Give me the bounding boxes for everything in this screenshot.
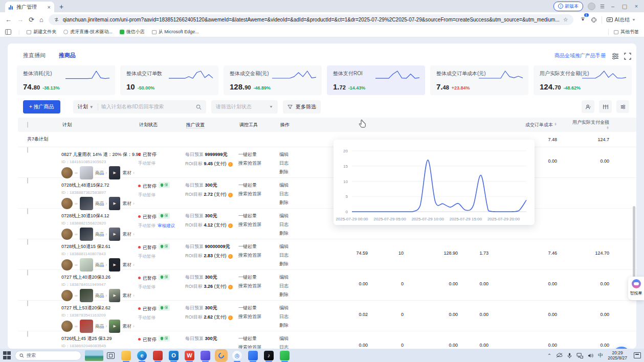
plan-title[interactable]: 0728线上50退15 保2.61 [61,243,138,250]
material-thumbnail[interactable] [109,197,120,210]
plan-title[interactable]: 0727 线上40退20保3.26 [61,274,138,281]
material-link[interactable]: 素材 › [122,262,135,268]
more-filters-button[interactable]: 更多筛选 [283,100,321,114]
sort-icon[interactable]: ▲▼ [606,126,609,129]
plan-search-input[interactable]: 输入计划名称/ID后回车搜索 [101,103,193,110]
bookmark-item[interactable]: 新建文件夹 [27,29,56,35]
info-icon[interactable]: ! [228,315,233,320]
back-icon[interactable]: ← [5,16,12,24]
col-status[interactable]: 计划状态 [138,122,185,128]
account-avatar[interactable] [61,198,73,209]
extension-icon[interactable]: 1 [580,15,586,25]
tab-promote-product[interactable]: 推商品 [59,52,76,59]
action-link[interactable]: 编辑 [279,182,308,189]
audience-icon-button[interactable] [582,100,594,113]
review-suggestion-link[interactable]: 审核建议 [158,223,175,228]
tool-link[interactable]: 一键起量 [238,274,279,281]
taskbar-app-douyin[interactable]: ♪ [264,351,274,360]
tool-link[interactable]: 一键起量 [238,243,279,250]
ai-summary-button[interactable]: AI总结▼ [602,16,636,24]
taskbar-app-blue-app[interactable] [248,351,258,360]
table-settings-icon-button[interactable] [616,100,629,113]
col-overall[interactable]: 整体 [620,122,636,128]
product-link[interactable]: 商品 › [95,170,107,176]
tool-link[interactable]: 搜索抢首屏 [238,283,279,289]
search-icon[interactable] [196,104,202,110]
microphone-icon[interactable] [567,353,572,358]
info-icon[interactable]: ! [228,162,233,167]
col-settings[interactable]: 推广设置 [185,122,238,128]
start-button[interactable] [3,351,11,359]
action-link[interactable]: 日志 [279,160,308,167]
plan-status-select[interactable]: 请筛选计划状态▼ [211,100,278,114]
network-icon[interactable] [576,353,583,358]
bookmark-item[interactable]: 从 Microsoft Edge... [152,29,199,35]
ime-indicator[interactable]: 中 [598,352,603,359]
tool-link[interactable]: 搜索抢首屏 [238,344,279,349]
tool-link[interactable]: 搜索抢首屏 [238,191,279,197]
action-link[interactable]: 编辑 [279,151,308,158]
tool-link[interactable]: 搜索抢首屏 [238,313,279,320]
display-settings-icon[interactable] [611,52,620,61]
taskbar-search-box[interactable]: 搜索 [15,351,81,360]
action-link[interactable]: 日志 [279,344,308,349]
info-icon[interactable]: ! [228,223,233,228]
stat-card[interactable]: 整体成交订单数10-50.00% [120,65,218,95]
fullscreen-icon[interactable] [623,52,632,61]
action-link[interactable]: 编辑 [279,335,308,342]
row-checkbox[interactable] [27,147,28,153]
other-bookmarks[interactable]: 其他书签 [608,29,639,35]
info-icon[interactable]: ! [228,254,233,259]
tool-link[interactable]: 一键起量 [238,213,279,219]
browser-profile-avatar[interactable] [588,3,595,10]
tab-close-icon[interactable]: × [48,4,51,10]
tool-link[interactable]: 搜索抢首屏 [238,252,279,259]
action-link[interactable]: 编辑 [279,213,308,219]
plan-title[interactable]: 0728线上30退10保4.12 [61,213,138,219]
action-link[interactable]: 删除 [279,230,308,237]
action-link[interactable]: 日志 [279,313,308,320]
material-link[interactable]: 素材 › [122,323,135,330]
material-thumbnail[interactable] [109,289,120,302]
plan-title[interactable]: 0727 线上53退20保2.62 [61,305,138,311]
action-link[interactable]: 编辑 [279,243,308,250]
taskbar-app-wps-office[interactable]: W [185,351,194,360]
stat-card[interactable]: 整体支付ROI1.72-14.43% [327,65,425,95]
info-icon[interactable]: ! [228,193,233,197]
product-link[interactable]: 商品 › [95,323,107,330]
site-settings-icon[interactable] [54,17,59,22]
taskbar-clock[interactable]: 20:292025/8/27 [608,350,627,360]
col-order-cost[interactable]: 成交订单成本▲▼ [500,122,568,128]
sort-icon[interactable]: ▲▼ [554,123,557,126]
home-icon[interactable]: ⌂ [39,16,43,24]
row-checkbox[interactable] [27,239,28,245]
plan-title[interactable]: 0726线上45 退25 保3.29 [61,335,138,342]
window-minimize-button[interactable]: – [609,3,616,9]
extensions-puzzle-icon[interactable] [591,17,597,23]
reload-icon[interactable]: ⟳ [29,16,34,24]
account-avatar[interactable] [61,229,73,240]
new-version-badge[interactable]: !新版本 [553,2,583,11]
account-avatar[interactable] [61,259,73,270]
action-link[interactable]: 日志 [279,252,308,259]
volume-icon[interactable] [588,353,593,358]
bookmark-item[interactable]: 虎牙直播-技术驱动... [63,29,113,35]
onedrive-paused-icon[interactable] [556,353,563,358]
assistant-widget[interactable]: 智投星 [628,277,644,300]
product-link[interactable]: 商品 › [95,292,107,299]
tool-link[interactable]: 一键起量 [238,151,279,158]
stat-card[interactable]: 整体消耗(元)74.80-38.13% [17,65,115,95]
promote-product-button[interactable]: + 推广商品 [23,100,60,114]
tool-link[interactable]: 搜索抢首屏 [238,221,279,228]
account-avatar[interactable] [61,167,73,178]
product-link[interactable]: 商品 › [95,200,107,207]
action-link[interactable]: 删除 [279,199,308,206]
plan-title[interactable]: 0728线上48退15保2.72 [61,182,138,189]
plan-title[interactable]: 0827 儿童雨衣 14% 退：20% 保：9.92 [61,151,138,158]
product-manual-link[interactable]: 商品全域推广产品手册 [554,52,606,59]
material-link[interactable]: 素材 › [122,231,135,238]
notification-center-icon[interactable] [634,352,641,358]
stat-card[interactable]: 整体成交金额(元)128.90-46.89% [224,65,322,95]
custom-columns-icon-button[interactable] [599,100,612,113]
col-plan[interactable]: 计划 [61,122,138,128]
